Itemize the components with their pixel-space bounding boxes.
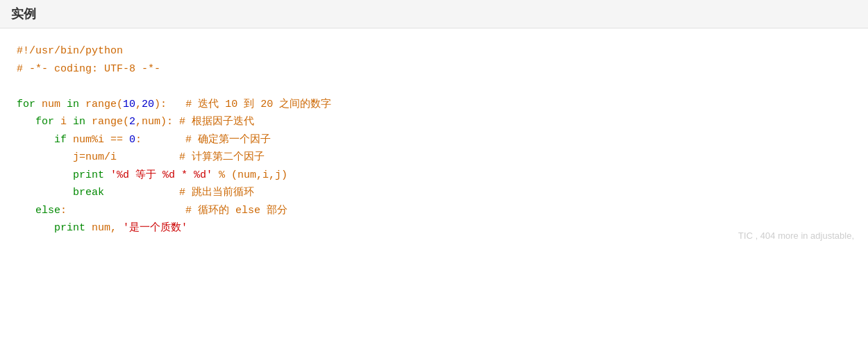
section-header: 实例 (0, 0, 868, 28)
code-line-coding: # -*- coding: UTF-8 -*- (17, 60, 851, 78)
page-container: 实例 #!/usr/bin/python # -*- coding: UTF-8… (0, 0, 868, 354)
code-line-assign: j=num/i # 计算第二个因子 (17, 149, 851, 167)
code-line-break: break # 跳出当前循环 (17, 184, 851, 202)
code-line-shebang: #!/usr/bin/python (17, 42, 851, 60)
code-line-blank (17, 78, 851, 96)
watermark-text: TIC , 404 more in adjustable, (738, 230, 854, 241)
code-container: #!/usr/bin/python # -*- coding: UTF-8 -*… (0, 28, 868, 251)
code-line-if: if num%i == 0: # 确定第一个因子 (17, 131, 851, 149)
code-line-for2: for i in range(2,num): # 根据因子迭代 (17, 113, 851, 131)
code-line-for1: for num in range(10,20): # 迭代 10 到 20 之间… (17, 96, 851, 114)
code-line-print2: print num, '是一个质数' (17, 219, 851, 237)
watermark: TIC , 404 more in adjustable, (738, 228, 854, 244)
code-line-print1: print '%d 等于 %d * %d' % (num,i,j) (17, 167, 851, 185)
section-title: 实例 (11, 7, 36, 21)
code-line-else: else: # 循环的 else 部分 (17, 202, 851, 220)
